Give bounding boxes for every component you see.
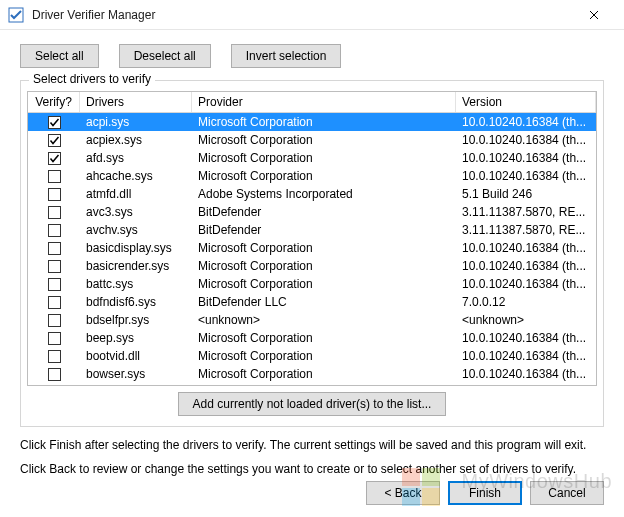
table-row[interactable]: battc.sysMicrosoft Corporation10.0.10240…: [28, 275, 596, 293]
verify-checkbox[interactable]: [48, 260, 61, 273]
instruction-line-2: Click Back to review or change the setti…: [20, 461, 604, 477]
version-cell: 10.0.10240.16384 (th...: [456, 328, 596, 348]
provider-cell: Microsoft Corporation: [192, 166, 456, 186]
verify-checkbox[interactable]: [48, 224, 61, 237]
column-header-provider[interactable]: Provider: [192, 92, 456, 112]
table-row[interactable]: avchv.sysBitDefender3.11.11387.5870, RE.…: [28, 221, 596, 239]
table-row[interactable]: basicrender.sysMicrosoft Corporation10.0…: [28, 257, 596, 275]
window-title: Driver Verifier Manager: [32, 8, 571, 22]
body-area: Select all Deselect all Invert selection…: [0, 30, 624, 489]
driver-name-cell: bdfndisf6.sys: [80, 292, 192, 312]
version-cell: 10.0.10240.16384 (th...: [456, 166, 596, 186]
verify-checkbox[interactable]: [48, 278, 61, 291]
version-cell: 10.0.10240.16384 (th...: [456, 274, 596, 294]
driver-name-cell: basicrender.sys: [80, 256, 192, 276]
listview-header: Verify? Drivers Provider Version: [28, 92, 596, 113]
verify-checkbox[interactable]: [48, 170, 61, 183]
table-row[interactable]: bdfndisf6.sysBitDefender LLC7.0.0.12: [28, 293, 596, 311]
add-driver-row: Add currently not loaded driver(s) to th…: [27, 392, 597, 416]
verify-checkbox[interactable]: [48, 206, 61, 219]
verify-checkbox[interactable]: [48, 350, 61, 363]
provider-cell: Microsoft Corporation: [192, 274, 456, 294]
add-not-loaded-drivers-button[interactable]: Add currently not loaded driver(s) to th…: [178, 392, 447, 416]
provider-cell: Microsoft Corporation: [192, 328, 456, 348]
table-row[interactable]: acpi.sysMicrosoft Corporation10.0.10240.…: [28, 113, 596, 131]
driver-name-cell: acpiex.sys: [80, 130, 192, 150]
provider-cell: BitDefender: [192, 202, 456, 222]
table-row[interactable]: basicdisplay.sysMicrosoft Corporation10.…: [28, 239, 596, 257]
table-row[interactable]: afd.sysMicrosoft Corporation10.0.10240.1…: [28, 149, 596, 167]
provider-cell: Microsoft Corporation: [192, 364, 456, 384]
version-cell: 10.0.10240.16384 (th...: [456, 256, 596, 276]
provider-cell: BitDefender: [192, 220, 456, 240]
version-cell: 3.11.11387.5870, RE...: [456, 220, 596, 240]
column-header-verify[interactable]: Verify?: [28, 92, 80, 112]
column-header-version[interactable]: Version: [456, 92, 596, 112]
invert-selection-button[interactable]: Invert selection: [231, 44, 342, 68]
driver-name-cell: bootvid.dll: [80, 346, 192, 366]
app-icon: [8, 7, 24, 23]
table-row[interactable]: avc3.sysBitDefender3.11.11387.5870, RE..…: [28, 203, 596, 221]
verify-checkbox[interactable]: [48, 368, 61, 381]
verify-checkbox[interactable]: [48, 188, 61, 201]
version-cell: 10.0.10240.16384 (th...: [456, 130, 596, 150]
back-button[interactable]: < Back: [366, 481, 440, 505]
finish-button[interactable]: Finish: [448, 481, 522, 505]
version-cell: <unknown>: [456, 310, 596, 330]
verify-checkbox[interactable]: [48, 314, 61, 327]
verify-checkbox[interactable]: [48, 332, 61, 345]
version-cell: 10.0.10240.16384 (th...: [456, 238, 596, 258]
row-checkbox-cell: [28, 167, 80, 186]
close-icon: [589, 10, 599, 20]
column-header-drivers[interactable]: Drivers: [80, 92, 192, 112]
provider-cell: Microsoft Corporation: [192, 148, 456, 168]
driver-name-cell: beep.sys: [80, 328, 192, 348]
row-checkbox-cell: [28, 185, 80, 204]
verify-checkbox[interactable]: [48, 116, 61, 129]
window: Driver Verifier Manager Select all Desel…: [0, 0, 624, 517]
table-row[interactable]: bowser.sysMicrosoft Corporation10.0.1024…: [28, 365, 596, 383]
driver-listview[interactable]: Verify? Drivers Provider Version acpi.sy…: [27, 91, 597, 386]
driver-name-cell: ahcache.sys: [80, 166, 192, 186]
provider-cell: Microsoft Corporation: [192, 130, 456, 150]
close-button[interactable]: [571, 1, 616, 29]
table-row[interactable]: ahcache.sysMicrosoft Corporation10.0.102…: [28, 167, 596, 185]
row-checkbox-cell: [28, 131, 80, 150]
row-checkbox-cell: [28, 329, 80, 348]
table-row[interactable]: bdselfpr.sys<unknown><unknown>: [28, 311, 596, 329]
verify-checkbox[interactable]: [48, 242, 61, 255]
provider-cell: <unknown>: [192, 310, 456, 330]
verify-checkbox[interactable]: [48, 152, 61, 165]
provider-cell: Microsoft Corporation: [192, 256, 456, 276]
table-row[interactable]: acpiex.sysMicrosoft Corporation10.0.1024…: [28, 131, 596, 149]
version-cell: 10.0.10240.16384 (th...: [456, 364, 596, 384]
row-checkbox-cell: [28, 293, 80, 312]
driver-name-cell: battc.sys: [80, 274, 192, 294]
table-row[interactable]: bootvid.dllMicrosoft Corporation10.0.102…: [28, 347, 596, 365]
driver-name-cell: avc3.sys: [80, 202, 192, 222]
version-cell: 10.0.10240.16384 (th...: [456, 148, 596, 168]
row-checkbox-cell: [28, 221, 80, 240]
row-checkbox-cell: [28, 239, 80, 258]
row-checkbox-cell: [28, 365, 80, 384]
cancel-button[interactable]: Cancel: [530, 481, 604, 505]
driver-name-cell: basicdisplay.sys: [80, 238, 192, 258]
row-checkbox-cell: [28, 275, 80, 294]
row-checkbox-cell: [28, 311, 80, 330]
provider-cell: Microsoft Corporation: [192, 238, 456, 258]
driver-name-cell: avchv.sys: [80, 220, 192, 240]
driver-name-cell: bdselfpr.sys: [80, 310, 192, 330]
driver-name-cell: bowser.sys: [80, 364, 192, 384]
toolbar: Select all Deselect all Invert selection: [20, 44, 604, 68]
row-checkbox-cell: [28, 347, 80, 366]
table-row[interactable]: beep.sysMicrosoft Corporation10.0.10240.…: [28, 329, 596, 347]
deselect-all-button[interactable]: Deselect all: [119, 44, 211, 68]
listview-body[interactable]: acpi.sysMicrosoft Corporation10.0.10240.…: [28, 113, 596, 385]
verify-checkbox[interactable]: [48, 134, 61, 147]
table-row[interactable]: atmfd.dllAdobe Systems Incorporated5.1 B…: [28, 185, 596, 203]
driver-name-cell: afd.sys: [80, 148, 192, 168]
provider-cell: Adobe Systems Incorporated: [192, 184, 456, 204]
verify-checkbox[interactable]: [48, 296, 61, 309]
version-cell: 7.0.0.12: [456, 292, 596, 312]
select-all-button[interactable]: Select all: [20, 44, 99, 68]
